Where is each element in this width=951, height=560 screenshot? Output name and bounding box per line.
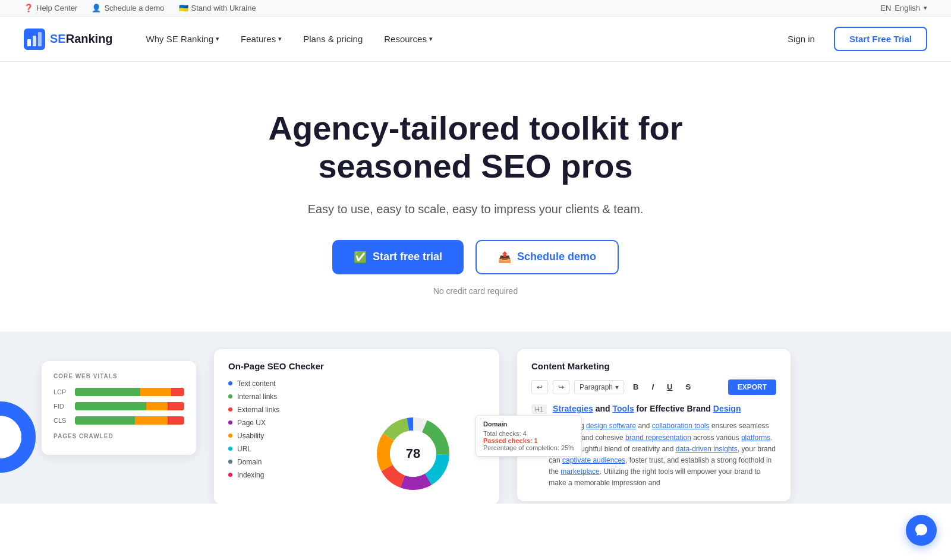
tooltip-passed: Passed checks: 1 xyxy=(483,437,574,444)
chevron-down-icon: ▾ xyxy=(924,4,927,12)
indexing-dot xyxy=(228,473,232,477)
external-links-dot xyxy=(228,407,232,412)
strikethrough-button[interactable]: S xyxy=(681,379,695,394)
start-free-trial-button[interactable]: Start Free Trial xyxy=(834,27,927,51)
logo-text: SERanking xyxy=(50,32,113,46)
cwv-cls-row: CLS xyxy=(53,416,184,425)
text-content-dot xyxy=(228,381,232,385)
cwv-title: CORE WEB VITALS xyxy=(53,373,184,379)
cwv-fid-row: FID xyxy=(53,402,184,410)
send-icon: 📤 xyxy=(498,251,511,264)
no-credit-text: No credit card required xyxy=(24,286,927,296)
content-heading: Strategies and Tools for Effective Brand… xyxy=(553,403,741,415)
platforms-link[interactable]: platforms xyxy=(741,434,770,442)
navbar: SERanking Why SE Ranking ▾ Features ▾ Pl… xyxy=(0,17,951,62)
nav-pricing[interactable]: Plans & pricing xyxy=(294,29,372,49)
schedule-demo-hero-button[interactable]: 📤 Schedule demo xyxy=(476,240,619,274)
nav-links: Why SE Ranking ▾ Features ▾ Plans & pric… xyxy=(137,29,778,49)
paragraph-chevron-icon: ▾ xyxy=(615,383,619,391)
design-software-link[interactable]: design software xyxy=(586,422,636,430)
nav-features[interactable]: Features ▾ xyxy=(231,29,291,49)
onpage-text-content: Text content xyxy=(228,379,351,388)
bold-button[interactable]: B xyxy=(629,379,643,394)
onpage-usability: Usability xyxy=(228,432,351,440)
why-chevron-icon: ▾ xyxy=(216,35,219,43)
start-free-trial-hero-button[interactable]: ✅ Start free trial xyxy=(332,240,464,274)
onpage-card: On-Page SEO Checker Text content Interna… xyxy=(214,349,499,504)
help-icon: ❓ xyxy=(24,4,33,12)
cwv-lcp-row: LCP xyxy=(53,388,184,396)
logo[interactable]: SERanking xyxy=(24,29,113,50)
nav-right: Sign in Start Free Trial xyxy=(778,27,927,51)
internal-links-dot xyxy=(228,394,232,398)
onpage-domain: Domain xyxy=(228,458,351,466)
person-icon: 👤 xyxy=(92,4,101,12)
resources-chevron-icon: ▾ xyxy=(429,35,433,43)
onpage-content: Text content Internal links External lin… xyxy=(228,379,485,492)
onpage-page-ux: Page UX xyxy=(228,419,351,427)
onpage-title: On-Page SEO Checker xyxy=(228,361,485,371)
data-driven-link[interactable]: data-driven insights xyxy=(676,445,738,453)
cwv-card: CORE WEB VITALS LCP FID CLS xyxy=(42,361,196,455)
fid-bar xyxy=(75,402,184,410)
url-dot xyxy=(228,447,232,451)
content-paragraph: Leveraging design software and collabora… xyxy=(549,420,776,489)
onpage-internal-links: Internal links xyxy=(228,393,351,401)
italic-button[interactable]: I xyxy=(647,379,658,394)
svg-rect-3 xyxy=(38,32,42,46)
cls-label: CLS xyxy=(53,417,70,424)
tooltip-title: Domain xyxy=(483,420,574,428)
tooltip-completion: Percentage of completion: 25% xyxy=(483,444,574,451)
toolbar-row: ↩ ↪ Paragraph ▾ B I U S EXPORT xyxy=(531,379,776,395)
export-button[interactable]: EXPORT xyxy=(728,379,776,395)
domain-dot xyxy=(228,460,232,464)
undo-button[interactable]: ↩ xyxy=(531,380,548,394)
cls-bar xyxy=(75,416,184,425)
nav-resources[interactable]: Resources ▾ xyxy=(374,29,442,49)
pages-crawled-label: PAGES CRAWLED xyxy=(53,433,184,439)
fid-label: FID xyxy=(53,403,70,410)
features-chevron-icon: ▾ xyxy=(278,35,282,43)
lcp-bar xyxy=(75,388,184,396)
h1-tag: H1 xyxy=(531,404,547,414)
partial-donut-chart: 5 xyxy=(0,401,36,473)
onpage-url: URL xyxy=(228,445,351,453)
onpage-list: Text content Internal links External lin… xyxy=(228,379,351,484)
donut-center-value: 78 xyxy=(406,446,420,461)
checkmark-icon: ✅ xyxy=(354,251,367,264)
hero-buttons: ✅ Start free trial 📤 Schedule demo xyxy=(24,240,927,274)
hero-subtitle: Easy to use, easy to scale, easy to impr… xyxy=(24,203,927,216)
svg-rect-2 xyxy=(33,36,36,46)
collaboration-tools-link[interactable]: collaboration tools xyxy=(652,422,710,430)
nav-why[interactable]: Why SE Ranking ▾ xyxy=(137,29,229,49)
usability-dot xyxy=(228,434,232,438)
captivate-link[interactable]: captivate audiences xyxy=(562,456,625,464)
schedule-demo-link[interactable]: 👤 Schedule a demo xyxy=(92,4,164,12)
language-selector[interactable]: EN English ▾ xyxy=(880,4,927,12)
ukraine-flag-icon: 🇺🇦 xyxy=(179,4,188,12)
onpage-tooltip: Domain Total checks: 4 Passed checks: 1 … xyxy=(476,415,582,457)
top-bar: ❓ Help Center 👤 Schedule a demo 🇺🇦 Stand… xyxy=(0,0,951,17)
paragraph-dropdown[interactable]: Paragraph ▾ xyxy=(574,380,624,394)
help-center-link[interactable]: ❓ Help Center xyxy=(24,4,77,12)
page-ux-dot xyxy=(228,420,232,425)
sign-in-button[interactable]: Sign in xyxy=(778,29,824,49)
marketplace-link[interactable]: marketplace xyxy=(560,467,599,476)
ukraine-link[interactable]: 🇺🇦 Stand with Ukraine xyxy=(179,4,256,12)
top-bar-left: ❓ Help Center 👤 Schedule a demo 🇺🇦 Stand… xyxy=(24,4,256,12)
svg-rect-1 xyxy=(27,39,31,46)
redo-button[interactable]: ↪ xyxy=(553,380,569,394)
onpage-external-links: External links xyxy=(228,406,351,414)
underline-button[interactable]: U xyxy=(663,379,676,394)
logo-icon xyxy=(24,29,45,50)
brand-representation-link[interactable]: brand representation xyxy=(625,434,691,442)
hero-section: Agency-tailored toolkit for seasoned SEO… xyxy=(0,62,951,331)
preview-section: 5 CORE WEB VITALS LCP FID xyxy=(0,331,951,504)
lcp-label: LCP xyxy=(53,388,70,396)
donut-chart: 78 xyxy=(374,415,452,492)
tooltip-checks: Total checks: 4 xyxy=(483,430,574,437)
content-title: Content Marketing xyxy=(531,361,776,371)
hero-title: Agency-tailored toolkit for seasoned SEO… xyxy=(208,109,743,186)
heading-row: H1 Strategies and Tools for Effective Br… xyxy=(531,403,776,415)
onpage-indexing: Indexing xyxy=(228,471,351,479)
